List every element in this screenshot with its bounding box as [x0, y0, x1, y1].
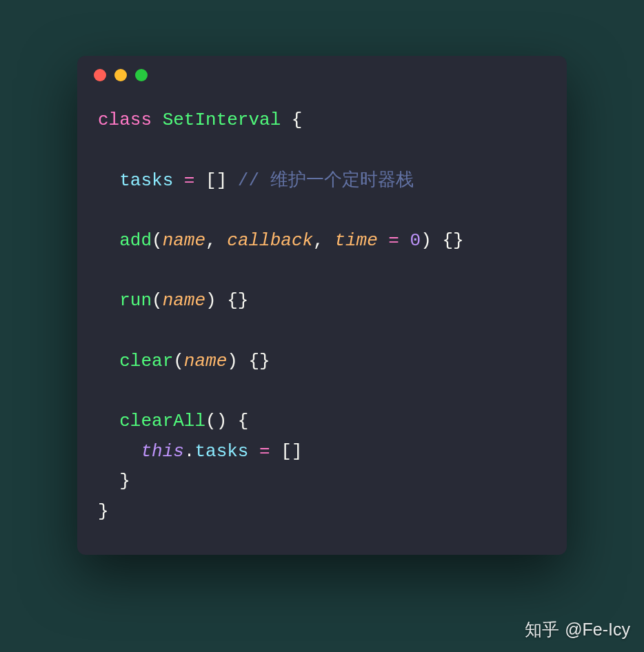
method-name: add [119, 230, 152, 251]
param: name [163, 230, 205, 251]
code-block: class SetInterval { tasks = [] // 维护一个定时… [77, 94, 567, 554]
method-name: clear [119, 351, 173, 371]
operator: = [173, 170, 205, 191]
method-name: clearAll [119, 411, 205, 431]
minimize-icon[interactable] [114, 69, 127, 81]
comment: // 维护一个定时器栈 [227, 170, 413, 191]
code-window: class SetInterval { tasks = [] // 维护一个定时… [77, 56, 567, 554]
property: tasks [194, 441, 248, 462]
method-name: run [119, 290, 152, 311]
param: name [163, 290, 205, 311]
window-titlebar [77, 56, 567, 94]
punct: ) {} [205, 290, 248, 311]
attribution: 知乎 @Fe-Icy [525, 618, 630, 641]
punct: () { [205, 411, 248, 431]
punct: ) {} [421, 230, 463, 251]
param: callback [227, 230, 313, 251]
operator: = [378, 230, 410, 251]
keyword-this: this [141, 441, 183, 462]
punct: } [119, 471, 130, 491]
punct: [] [281, 441, 302, 462]
punct: [] [205, 170, 227, 191]
maximize-icon[interactable] [135, 69, 148, 81]
param: time [334, 230, 377, 251]
class-name: SetInterval [163, 110, 281, 130]
punct: , [205, 230, 227, 251]
punct: } [98, 501, 109, 522]
punct: ( [173, 351, 184, 371]
close-icon[interactable] [94, 69, 106, 81]
punct: . [184, 441, 195, 462]
zhihu-logo-icon: 知乎 [525, 618, 559, 641]
keyword: class [98, 110, 152, 130]
punct: ( [152, 290, 163, 311]
punct: ) {} [227, 351, 270, 371]
author-handle: @Fe-Icy [565, 620, 630, 640]
number: 0 [410, 230, 421, 251]
property: tasks [119, 170, 173, 191]
punct: , [313, 230, 334, 251]
param: name [184, 351, 227, 371]
punct: ( [152, 230, 163, 251]
punct: { [281, 110, 302, 130]
operator: = [248, 441, 281, 462]
